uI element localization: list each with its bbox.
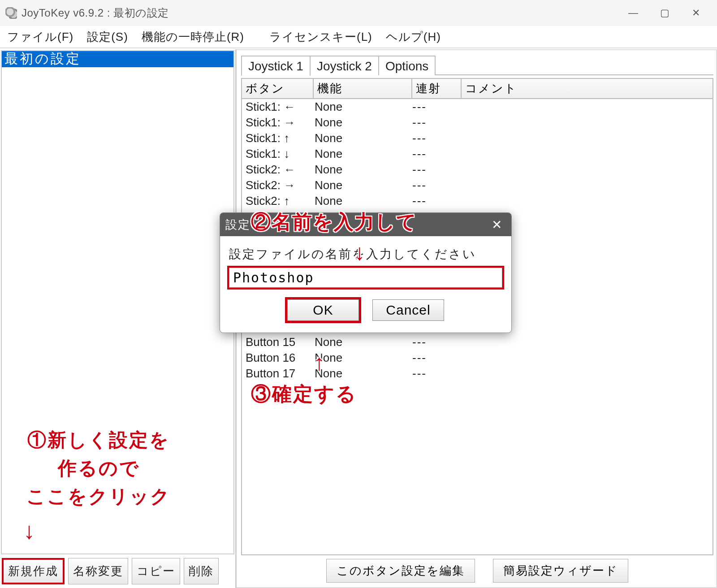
tab-joystick2[interactable]: Joystick 2 <box>310 56 379 75</box>
table-row[interactable]: Stick2: ↑None--- <box>242 193 713 209</box>
cell-turbo: --- <box>412 131 462 145</box>
maximize-button[interactable]: ▢ <box>649 2 680 24</box>
cell-turbo: --- <box>412 367 462 380</box>
scrollbar-spacer <box>702 79 713 98</box>
cell-function: None <box>314 367 412 380</box>
profile-item[interactable]: 最初の設定 <box>2 51 233 67</box>
dialog-title: 設定 <box>225 217 488 233</box>
cell-button: Stick1: ↑ <box>242 131 314 145</box>
col-button[interactable]: ボタン <box>242 79 314 98</box>
menu-settings[interactable]: 設定(S) <box>82 27 133 47</box>
profile-name-input[interactable] <box>229 268 502 288</box>
dialog-title-bar[interactable]: 設定 ✕ <box>220 213 511 236</box>
cell-turbo: --- <box>412 147 462 161</box>
tab-options[interactable]: Options <box>378 56 436 75</box>
annotation-3-arrow-icon: ↑ <box>314 350 325 376</box>
wizard-button[interactable]: 簡易設定ウィザード <box>493 559 628 583</box>
cell-button: Button 15 <box>242 335 314 349</box>
cell-button: Stick1: ← <box>242 100 314 114</box>
annotation-2-arrow-icon: ↓ <box>354 239 365 265</box>
edit-mapping-button[interactable]: このボタン設定を編集 <box>326 559 475 583</box>
cell-function: None <box>314 131 412 145</box>
table-row[interactable]: Stick1: ↑None--- <box>242 130 713 146</box>
col-comment[interactable]: コメント <box>462 79 702 98</box>
window-title: JoyToKey v6.9.2 : 最初の設定 <box>22 6 618 20</box>
rename-profile-button[interactable]: 名称変更 <box>68 558 128 584</box>
cell-turbo: --- <box>412 100 462 114</box>
cell-button: Stick2: ← <box>242 163 314 177</box>
table-row[interactable]: Button 16None--- <box>242 350 713 366</box>
table-row[interactable]: Stick2: ←None--- <box>242 162 713 177</box>
cell-function: None <box>314 116 412 130</box>
profile-list[interactable]: 最初の設定 <box>1 50 234 554</box>
menu-file[interactable]: ファイル(F) <box>3 27 78 47</box>
cell-turbo: --- <box>412 163 462 177</box>
cell-turbo: --- <box>412 335 462 349</box>
title-bar: JoyToKey v6.9.2 : 最初の設定 — ▢ ✕ <box>0 0 717 26</box>
cell-function: None <box>314 194 412 208</box>
cell-function: None <box>314 100 412 114</box>
grid-header: ボタン 機能 連射 コメント <box>242 79 713 99</box>
col-function[interactable]: 機能 <box>314 79 412 98</box>
table-row[interactable]: Stick2: →None--- <box>242 177 713 193</box>
menu-license[interactable]: ライセンスキー(L) <box>265 27 377 47</box>
cell-function: None <box>314 163 412 177</box>
cell-turbo: --- <box>412 116 462 130</box>
sidebar: 最初の設定 新規作成 名称変更 コピー 削除 <box>0 49 237 588</box>
minimize-button[interactable]: — <box>618 2 649 24</box>
tabs: Joystick 1 Joystick 2 Options <box>241 52 713 75</box>
cell-function: None <box>314 147 412 161</box>
cell-button: Stick1: ↓ <box>242 147 314 161</box>
menu-pause[interactable]: 機能の一時停止(R) <box>137 27 249 47</box>
cell-button: Stick2: → <box>242 178 314 192</box>
table-row[interactable]: Button 17None--- <box>242 366 713 381</box>
cell-button: Button 16 <box>242 351 314 365</box>
app-icon <box>5 7 17 19</box>
menu-bar: ファイル(F) 設定(S) 機能の一時停止(R) ライセンスキー(L) ヘルプ(… <box>0 26 717 48</box>
menu-help[interactable]: ヘルプ(H) <box>381 27 445 47</box>
dialog-ok-button[interactable]: OK <box>287 299 359 321</box>
cell-button: Stick1: → <box>242 116 314 130</box>
cell-turbo: --- <box>412 178 462 192</box>
dialog-close-button[interactable]: ✕ <box>488 216 506 233</box>
annotation-1-arrow-icon: ↓ <box>23 517 35 544</box>
new-profile-button[interactable]: 新規作成 <box>2 558 65 584</box>
tab-joystick1[interactable]: Joystick 1 <box>241 56 311 76</box>
cell-function: None <box>314 351 412 365</box>
cell-function: None <box>314 178 412 192</box>
cell-turbo: --- <box>412 351 462 365</box>
cell-turbo: --- <box>412 194 462 208</box>
close-button[interactable]: ✕ <box>680 2 712 24</box>
new-profile-dialog: 設定 ✕ 設定ファイルの名前を入力してください OK Cancel <box>220 212 512 333</box>
table-row[interactable]: Stick1: →None--- <box>242 115 713 130</box>
table-row[interactable]: Button 15None--- <box>242 334 713 350</box>
copy-profile-button[interactable]: コピー <box>132 558 180 584</box>
cell-function: None <box>314 335 412 349</box>
dialog-label: 設定ファイルの名前を入力してください <box>229 246 502 262</box>
col-turbo[interactable]: 連射 <box>412 79 462 98</box>
dialog-cancel-button[interactable]: Cancel <box>372 299 444 321</box>
cell-button: Button 17 <box>242 367 314 380</box>
delete-profile-button[interactable]: 削除 <box>184 558 219 584</box>
table-row[interactable]: Stick1: ←None--- <box>242 99 713 115</box>
table-row[interactable]: Stick1: ↓None--- <box>242 146 713 162</box>
cell-button: Stick2: ↑ <box>242 194 314 208</box>
